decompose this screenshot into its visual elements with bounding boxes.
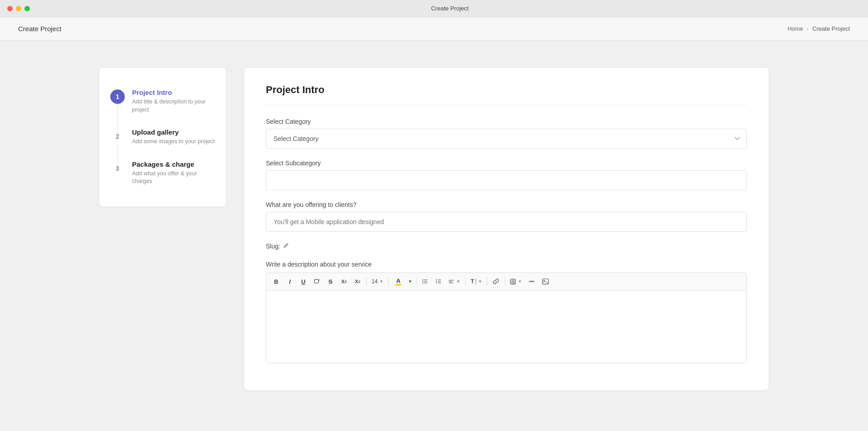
toolbar-strikethrough-button[interactable]: S: [324, 276, 337, 287]
offering-label: What are you offering to clients?: [266, 201, 747, 208]
toolbar-subscript-button[interactable]: X2: [351, 276, 364, 287]
toolbar-image-button[interactable]: [539, 276, 552, 287]
main-content: 1 Project Intro Add title & description …: [0, 41, 868, 417]
step-3-title: Packages & charge: [132, 160, 215, 168]
svg-rect-22: [542, 279, 548, 284]
breadcrumb-separator: ›: [807, 25, 809, 32]
toolbar-bullet-list-button[interactable]: [419, 276, 431, 287]
toolbar-bold-button[interactable]: B: [270, 276, 283, 287]
svg-rect-21: [529, 281, 534, 282]
toolbar-sep-4: [465, 277, 466, 286]
breadcrumb-home[interactable]: Home: [788, 25, 803, 32]
step-1-title: Project Intro: [132, 89, 215, 96]
toolbar-underline-button[interactable]: U: [297, 276, 310, 287]
editor-body[interactable]: [266, 290, 746, 363]
subcategory-group: Select Subcategory: [266, 159, 747, 190]
toolbar-sep-2: [388, 277, 389, 286]
toolbar-color-button[interactable]: A: [391, 276, 406, 287]
toolbar-embed-button[interactable]: [525, 276, 538, 287]
step-2[interactable]: 2 Upload gallery Add some images to your…: [110, 121, 215, 153]
color-letter-icon: A: [396, 278, 401, 284]
category-select[interactable]: Select Category: [266, 129, 747, 149]
toolbar-sep-5: [487, 277, 487, 286]
svg-point-1: [422, 279, 423, 280]
category-group: Select Category Select Category: [266, 118, 747, 149]
svg-rect-16: [510, 279, 515, 284]
step-1-text: Project Intro Add title & description to…: [132, 89, 215, 114]
slug-edit-icon[interactable]: [283, 243, 289, 250]
window-title: Create Project: [39, 5, 861, 12]
toolbar-align-dropdown[interactable]: ▼: [446, 276, 463, 287]
description-label: Write a description about your service: [266, 261, 747, 268]
titlebar: Create Project: [0, 0, 868, 17]
maximize-dot[interactable]: [24, 6, 30, 11]
step-3-text: Packages & charge Add what you offer & y…: [132, 160, 215, 186]
toolbar-marker-button[interactable]: [311, 276, 323, 287]
toolbar-italic-button[interactable]: I: [283, 276, 296, 287]
toolbar-sep-1: [366, 277, 367, 286]
step-1-description: Add title & description to your project: [132, 98, 215, 114]
subcategory-label: Select Subcategory: [266, 159, 747, 167]
toolbar-fontsize-dropdown[interactable]: 14 ▼: [369, 276, 386, 287]
svg-rect-0: [315, 280, 319, 283]
step-1-number: 1: [110, 89, 125, 104]
svg-point-3: [422, 282, 423, 283]
rich-text-editor: B I U S X2: [266, 272, 747, 363]
step-3[interactable]: 3 Packages & charge Add what you offer &…: [110, 153, 215, 193]
subcategory-box[interactable]: [266, 170, 747, 190]
toolbar-color-dropdown[interactable]: ▼: [406, 276, 414, 287]
toolbar-sep-3: [416, 277, 416, 286]
breadcrumb-current: Create Project: [812, 25, 850, 32]
toolbar-superscript-button[interactable]: X2: [338, 276, 350, 287]
editor-toolbar: B I U S X2: [266, 273, 746, 290]
svg-point-2: [422, 281, 423, 282]
step-1[interactable]: 1 Project Intro Add title & description …: [110, 81, 215, 121]
step-2-number: 2: [110, 129, 125, 144]
toolbar-numbered-list-button[interactable]: 1. 2. 3.: [432, 276, 445, 287]
step-2-text: Upload gallery Add some images to your p…: [132, 128, 215, 146]
toolbar-link-button[interactable]: [490, 276, 502, 287]
step-3-number: 3: [110, 161, 125, 176]
window-controls: [7, 6, 30, 11]
color-bar: [395, 284, 401, 286]
toolbar-table-dropdown[interactable]: ▼: [507, 276, 524, 287]
step-2-title: Upload gallery: [132, 128, 215, 136]
toolbar-sep-6: [505, 277, 505, 286]
slug-row: Slug:: [266, 243, 747, 250]
offering-group: What are you offering to clients?: [266, 201, 747, 232]
breadcrumb: Home › Create Project: [788, 25, 850, 32]
step-3-description: Add what you offer & your charges: [132, 170, 215, 186]
slug-label: Slug:: [266, 243, 280, 250]
svg-point-23: [543, 280, 545, 281]
topnav: Create Project Home › Create Project: [0, 17, 868, 41]
svg-text:3.: 3.: [436, 281, 438, 284]
toolbar-textstyle-dropdown[interactable]: T ▼: [468, 276, 485, 287]
minimize-dot[interactable]: [16, 6, 21, 11]
form-panel: Project Intro Select Category Select Cat…: [244, 68, 769, 390]
close-dot[interactable]: [7, 6, 13, 11]
offering-input[interactable]: [266, 212, 747, 232]
form-panel-title: Project Intro: [266, 84, 747, 105]
step-2-description: Add some images to your project: [132, 138, 215, 146]
category-label: Select Category: [266, 118, 747, 125]
topnav-title: Create Project: [18, 25, 61, 33]
steps-panel: 1 Project Intro Add title & description …: [99, 68, 226, 206]
description-group: Write a description about your service B…: [266, 261, 747, 363]
